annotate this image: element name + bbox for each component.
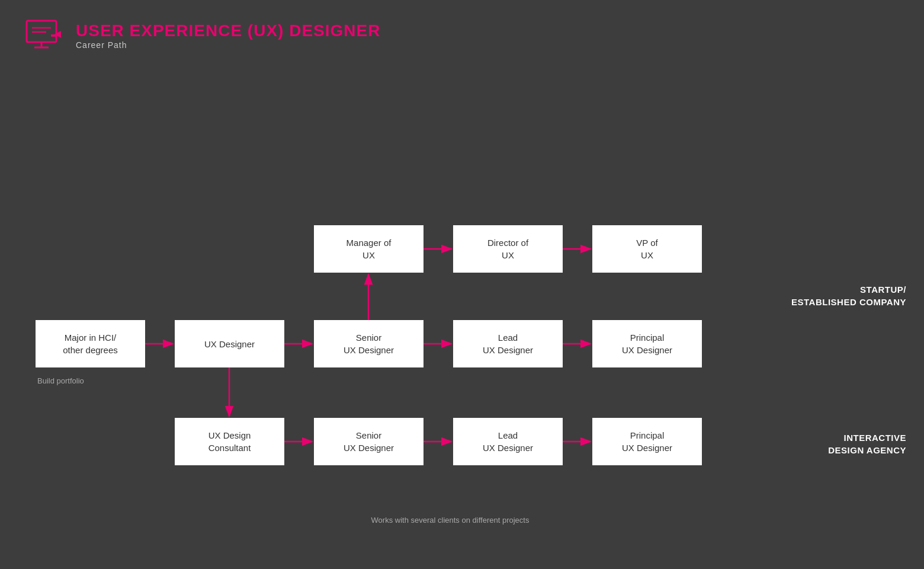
node-principal-ux-startup: Principal UX Designer (592, 320, 702, 367)
node-ux-consultant: UX Design Consultant (175, 418, 284, 465)
logo-icon (24, 18, 65, 53)
node-lead-ux-startup: Lead UX Designer (453, 320, 563, 367)
node-senior-ux-agency: Senior UX Designer (314, 418, 424, 465)
node-senior-ux-startup: Senior UX Designer (314, 320, 424, 367)
portfolio-note: Build portfolio (37, 376, 84, 385)
svg-rect-6 (51, 34, 56, 37)
node-manager-ux: Manager of UX (314, 225, 424, 273)
node-principal-ux-agency: Principal UX Designer (592, 418, 702, 465)
node-director-ux: Director of UX (453, 225, 563, 273)
node-hci: Major in HCI/ other degrees (36, 320, 145, 367)
startup-label: STARTUP/ ESTABLISHED COMPANY (791, 283, 906, 308)
node-vp-ux: VP of UX (592, 225, 702, 273)
header-subtitle: Career Path (76, 40, 380, 50)
agency-label: INTERACTIVE DESIGN AGENCY (828, 431, 906, 456)
header: USER EXPERIENCE (UX) DESIGNER Career Pat… (24, 18, 380, 53)
header-text: USER EXPERIENCE (UX) DESIGNER Career Pat… (76, 21, 380, 50)
node-ux-designer: UX Designer (175, 320, 284, 367)
clients-note: Works with several clients on different … (314, 516, 586, 525)
header-title: USER EXPERIENCE (UX) DESIGNER (76, 21, 380, 40)
node-lead-ux-agency: Lead UX Designer (453, 418, 563, 465)
diagram: Major in HCI/ other degrees UX Designer … (0, 95, 924, 569)
